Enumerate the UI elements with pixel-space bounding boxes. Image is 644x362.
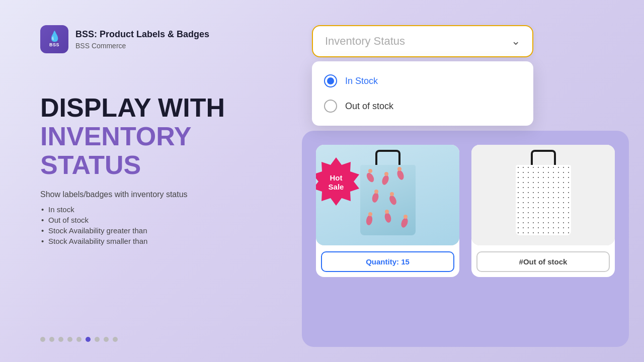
page-wrapper: 💧 BSS BSS: Product Labels & Badges BSS C… xyxy=(0,0,644,362)
svg-point-3 xyxy=(384,172,388,176)
swimmer-pattern xyxy=(360,165,416,235)
brand-subtitle: BSS Commerce xyxy=(75,42,209,50)
svg-point-7 xyxy=(374,190,378,194)
svg-point-0 xyxy=(365,171,375,183)
list-item: Out of stock xyxy=(40,215,262,225)
bag-body-1 xyxy=(360,165,416,235)
pagination-dot-5[interactable] xyxy=(76,337,82,342)
svg-point-6 xyxy=(371,192,379,203)
right-panel: Inventory Status ⌄ In Stock Out of stock xyxy=(292,0,644,362)
pagination-dot-8[interactable] xyxy=(104,337,109,342)
main-heading-block: DISPLAY WITH INVENTORYSTATUS xyxy=(40,94,262,190)
option-label-out-of-stock: Out of stock xyxy=(345,101,393,112)
svg-point-5 xyxy=(397,167,401,171)
pagination-dot-3[interactable] xyxy=(58,337,63,342)
svg-point-4 xyxy=(395,169,405,181)
dropdown-placeholder: Inventory Status xyxy=(325,35,405,48)
dropdown-menu: In Stock Out of stock xyxy=(312,61,533,126)
pagination-dots xyxy=(40,317,262,342)
product-image-2 xyxy=(471,145,615,245)
brand-name: BSS: Product Labels & Badges xyxy=(75,29,209,40)
pagination-dot-2[interactable] xyxy=(49,337,54,342)
hot-sale-text: HotSale xyxy=(329,173,344,192)
bag-illustration-2 xyxy=(471,145,615,245)
option-label-in-stock: In Stock xyxy=(345,76,378,86)
svg-point-12 xyxy=(383,212,392,223)
left-panel: 💧 BSS BSS: Product Labels & Badges BSS C… xyxy=(0,0,292,362)
svg-point-1 xyxy=(368,169,372,173)
description-text: Show labels/badges with inventory status xyxy=(40,190,262,199)
heading-line2: INVENTORYSTATUS xyxy=(40,122,262,179)
svg-point-11 xyxy=(368,212,372,216)
logo-icon: 💧 xyxy=(48,31,61,41)
list-item: Stock Availability greater than xyxy=(40,225,262,236)
svg-point-8 xyxy=(388,194,397,206)
svg-point-9 xyxy=(390,192,394,196)
svg-point-10 xyxy=(365,215,373,226)
bag-body-2 xyxy=(516,165,571,235)
pagination-dot-6-active[interactable] xyxy=(86,337,91,342)
bag-handle-2 xyxy=(531,150,556,165)
pagination-dot-7[interactable] xyxy=(95,337,100,342)
radio-inner xyxy=(327,77,334,84)
brand-logo: 💧 BSS xyxy=(40,25,68,53)
pagination-dot-4[interactable] xyxy=(67,337,72,342)
svg-point-13 xyxy=(385,210,389,214)
chevron-down-icon: ⌄ xyxy=(511,35,520,48)
dropdown-wrapper: Inventory Status ⌄ In Stock Out of stock xyxy=(312,25,533,57)
pagination-dot-1[interactable] xyxy=(40,337,45,342)
dropdown-option-out-of-stock[interactable]: Out of stock xyxy=(312,94,533,119)
list-item: Stock Availability smaller than xyxy=(40,236,262,246)
product-card-1: HotSale Quantity: 15 xyxy=(316,145,459,277)
out-of-stock-badge[interactable]: #Out of stock xyxy=(476,251,610,272)
quantity-badge[interactable]: Quantity: 15 xyxy=(321,251,454,272)
svg-point-2 xyxy=(380,174,389,186)
logo-label: BSS xyxy=(49,42,59,47)
radio-out-of-stock xyxy=(324,100,337,113)
radio-in-stock xyxy=(324,74,337,87)
dot-pattern xyxy=(516,165,571,235)
pagination-dot-9[interactable] xyxy=(113,337,118,342)
product-card-2: #Out of stock xyxy=(471,145,615,277)
product-image-1: HotSale xyxy=(316,145,459,245)
bag-handle-1 xyxy=(375,150,400,165)
heading-line1: DISPLAY WITH xyxy=(40,94,262,122)
list-item: In stock xyxy=(40,204,262,215)
brand-header: 💧 BSS BSS: Product Labels & Badges BSS C… xyxy=(40,25,262,53)
inventory-status-dropdown[interactable]: Inventory Status ⌄ xyxy=(312,25,533,57)
svg-point-15 xyxy=(404,215,408,219)
svg-point-14 xyxy=(399,217,409,229)
dropdown-option-in-stock[interactable]: In Stock xyxy=(312,68,533,94)
brand-name-block: BSS: Product Labels & Badges BSS Commerc… xyxy=(75,29,209,49)
product-showcase: HotSale Quantity: 15 #Out of stock xyxy=(302,131,629,347)
feature-list: In stock Out of stock Stock Availability… xyxy=(40,204,262,246)
heading-purple-text: INVENTORYSTATUS xyxy=(40,122,192,179)
